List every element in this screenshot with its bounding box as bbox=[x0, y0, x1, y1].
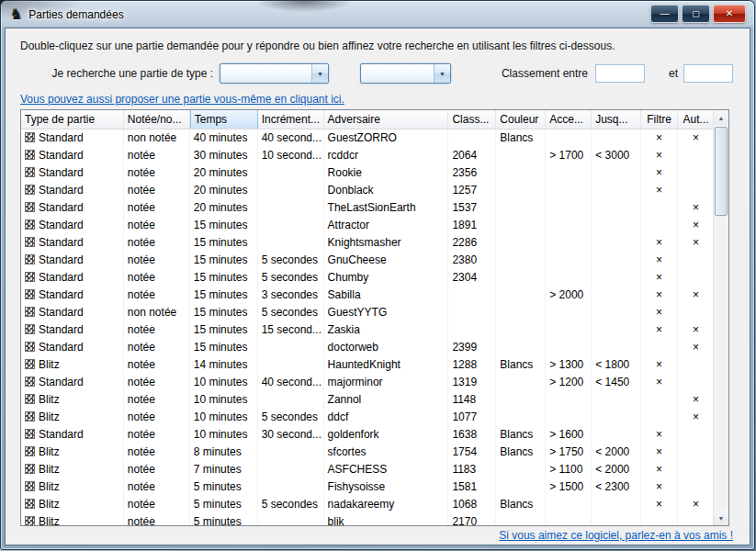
rating-min-input[interactable] bbox=[595, 64, 645, 83]
chessboard-icon bbox=[25, 167, 35, 177]
column-header[interactable]: Filtre bbox=[641, 110, 678, 129]
cell-rated: notée bbox=[124, 496, 190, 513]
column-header[interactable]: Temps bbox=[190, 110, 258, 129]
close-button[interactable]: ✕ bbox=[713, 5, 746, 23]
cell-adversaire: GnuCheese bbox=[324, 252, 449, 269]
cell-increment: 5 secondes bbox=[258, 269, 324, 287]
table-row[interactable]: Standardnotée15 minutesAttractor1891× bbox=[21, 217, 714, 234]
column-header[interactable]: Notée/no... bbox=[124, 110, 190, 129]
cell-time: 10 minutes bbox=[190, 426, 258, 444]
cell-autre: × bbox=[678, 321, 714, 339]
cell-accepte bbox=[546, 199, 592, 217]
cell-autre bbox=[678, 426, 714, 444]
table-row[interactable]: Standardnotée30 minutes10 second...rcddc… bbox=[21, 147, 714, 164]
propose-game-link[interactable]: Vous pouvez aussi proposer une partie vo… bbox=[20, 93, 344, 106]
chessboard-icon bbox=[25, 237, 35, 247]
cell-rated: notée bbox=[124, 356, 190, 374]
column-header[interactable]: Incrément... bbox=[258, 110, 324, 129]
cell-time: 14 minutes bbox=[190, 356, 258, 374]
cell-couleur bbox=[496, 164, 546, 182]
table-row[interactable]: Standardnotée15 minutes5 secondesGnuChee… bbox=[21, 252, 714, 269]
minimize-button[interactable]: — bbox=[650, 5, 679, 23]
table-row[interactable]: Blitznotée10 minutes5 secondesddcf1077× bbox=[21, 409, 714, 426]
table-row[interactable]: Standardnon notée15 minutes5 secondesGue… bbox=[21, 304, 714, 321]
table-row[interactable]: Standardnotée15 minutesdoctorweb2399× bbox=[21, 339, 714, 356]
table-row[interactable]: Standardnotée15 minutesKnightsmasher2286… bbox=[21, 234, 714, 252]
column-header[interactable]: Jusq... bbox=[592, 110, 641, 129]
table-row[interactable]: Standardnotée20 minutesRookie2356× bbox=[21, 164, 714, 182]
cell-increment bbox=[258, 234, 324, 252]
cell-classement: 2304 bbox=[448, 269, 496, 287]
cell-classement: 2399 bbox=[448, 339, 496, 356]
table-row[interactable]: Blitznotée8 minutessfcortes1754Blancs> 1… bbox=[21, 444, 714, 461]
table-row[interactable]: Blitznotée10 minutesZannol1148× bbox=[21, 391, 714, 409]
table-row[interactable]: Blitznotée5 minutesFishysoisse1581> 1500… bbox=[21, 478, 714, 496]
table-row[interactable]: Standardnotée15 minutes5 secondesChumby2… bbox=[21, 269, 714, 287]
cell-autre bbox=[678, 513, 714, 525]
cell-filtre bbox=[641, 513, 678, 525]
table-row[interactable]: Standardnotée20 minutesTheLastSionEarth1… bbox=[21, 199, 714, 217]
column-header[interactable]: Type de partie bbox=[21, 110, 124, 129]
cell-couleur bbox=[496, 461, 546, 478]
column-header[interactable]: Couleur bbox=[496, 110, 546, 129]
cell-increment bbox=[258, 339, 324, 356]
cell-filtre: × bbox=[641, 234, 678, 252]
cell-jusqua bbox=[592, 426, 641, 444]
cell-jusqua bbox=[592, 199, 641, 217]
column-header[interactable]: Aut... bbox=[678, 110, 714, 129]
table-row[interactable]: Standardnon notée40 minutes40 second...G… bbox=[21, 129, 714, 147]
game-type-select[interactable]: ▼ bbox=[220, 63, 329, 84]
chessboard-icon bbox=[25, 307, 35, 317]
vertical-scrollbar[interactable]: ▲ ▼ bbox=[713, 110, 728, 525]
window-title: Parties demandées bbox=[28, 8, 123, 21]
cell-rated: notée bbox=[124, 513, 190, 525]
table-row[interactable]: Standardnotée10 minutes40 second...major… bbox=[21, 374, 714, 391]
cell-increment: 15 second... bbox=[258, 321, 324, 339]
cell-increment: 3 secondes bbox=[258, 287, 324, 304]
cell-couleur bbox=[496, 287, 546, 304]
cell-adversaire: nadakareemy bbox=[324, 496, 449, 513]
scroll-down-icon[interactable]: ▼ bbox=[714, 511, 728, 525]
table-row[interactable]: Standardnotée10 minutes30 second...golde… bbox=[21, 426, 714, 444]
cell-filtre bbox=[641, 391, 678, 409]
scrollbar-thumb[interactable] bbox=[715, 127, 728, 216]
cell-rated: notée bbox=[124, 321, 190, 339]
rating-max-input[interactable] bbox=[683, 64, 733, 83]
cell-type: Standard bbox=[21, 217, 124, 234]
table-row[interactable]: Standardnotée20 minutesDonblack1257× bbox=[21, 182, 714, 199]
chessboard-icon bbox=[25, 429, 35, 439]
cell-filtre: × bbox=[641, 444, 678, 461]
cell-increment bbox=[258, 199, 324, 217]
cell-adversaire: Donblack bbox=[324, 182, 449, 199]
column-header[interactable]: Acce... bbox=[546, 110, 592, 129]
cell-couleur bbox=[496, 304, 546, 321]
cell-adversaire: Zannol bbox=[324, 391, 449, 409]
cell-type: Standard bbox=[21, 129, 124, 147]
cell-time: 15 minutes bbox=[190, 304, 258, 321]
cell-jusqua: < 1450 bbox=[592, 374, 641, 391]
cell-rated: non notée bbox=[124, 129, 190, 147]
cell-autre bbox=[678, 304, 714, 321]
title-bar[interactable]: ♞ Parties demandées — ▢ ✕ bbox=[1, 1, 754, 28]
cell-increment bbox=[258, 444, 324, 461]
cell-classement bbox=[448, 304, 496, 321]
cell-time: 15 minutes bbox=[190, 234, 258, 252]
table-row[interactable]: Blitznotée5 minutesblik2170 bbox=[21, 513, 714, 525]
cell-jusqua bbox=[592, 409, 641, 426]
table-row[interactable]: Blitznotée7 minutesASFCHESS1183> 1100< 2… bbox=[21, 461, 714, 478]
column-header[interactable]: Class... bbox=[448, 110, 496, 129]
table-row[interactable]: Standardnotée15 minutes3 secondesSabilla… bbox=[21, 287, 714, 304]
table-row[interactable]: Blitznotée5 minutes5 secondesnadakareemy… bbox=[21, 496, 714, 513]
cell-accepte: > 1750 bbox=[546, 444, 592, 461]
share-with-friends-link[interactable]: Si vous aimez ce logiciel, parlez-en à v… bbox=[499, 529, 733, 542]
cell-accepte: > 1100 bbox=[546, 461, 592, 478]
table-row[interactable]: Standardnotée15 minutes15 second...Zaski… bbox=[21, 321, 714, 339]
table-row[interactable]: Blitznotée14 minutesHauntedKnight1288Bla… bbox=[21, 356, 714, 374]
cell-filtre: × bbox=[641, 496, 678, 513]
column-header[interactable]: Adversaire bbox=[324, 110, 449, 129]
cell-increment bbox=[258, 164, 324, 182]
scroll-up-icon[interactable]: ▲ bbox=[714, 110, 728, 125]
instructions-text: Double-cliquez sur une partie demandée p… bbox=[20, 39, 615, 52]
cell-couleur bbox=[496, 147, 546, 164]
maximize-button[interactable]: ▢ bbox=[682, 5, 710, 23]
